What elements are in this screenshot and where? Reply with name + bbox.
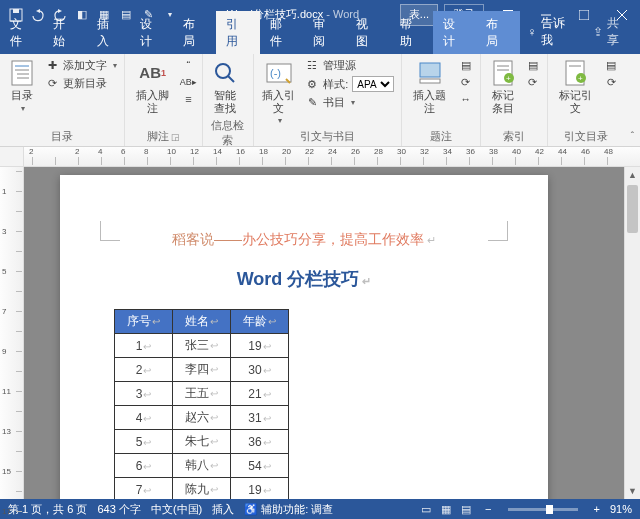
group-toc: 目录▾ ✚添加文字▾ ⟳更新目录 目录 — [0, 54, 125, 146]
insert-mode[interactable]: 插入 — [212, 502, 234, 517]
status-bar: 第 1 页，共 6 页 643 个字 中文(中国) 插入 ♿ 辅助功能: 调查 … — [0, 499, 640, 519]
a11y-status[interactable]: ♿ 辅助功能: 调查 — [244, 502, 333, 517]
update-toa-button[interactable]: ⟳ — [601, 74, 621, 90]
manage-sources-button[interactable]: ☷管理源 — [302, 57, 397, 74]
endnote-icon: “ — [181, 58, 195, 72]
group-captions: 插入题注 ▤ ⟳ ↔ 题注 — [402, 54, 480, 146]
zoom-out-icon[interactable]: − — [485, 503, 491, 515]
redo-icon[interactable] — [52, 7, 68, 23]
smart-lookup-button[interactable]: 智能 查找 — [207, 57, 243, 116]
svg-text:+: + — [506, 74, 511, 83]
next-footnote-button[interactable]: AB▸ — [178, 74, 198, 90]
insert-footnote-button[interactable]: AB1 插入脚注 — [129, 57, 176, 116]
qat-icon[interactable]: ✎ — [140, 7, 156, 23]
insert-citation-button[interactable]: (-) 插入引文▾ — [258, 57, 301, 127]
caption-small-3[interactable]: ↔ — [456, 91, 476, 107]
add-text-button[interactable]: ✚添加文字▾ — [42, 57, 120, 74]
table-row[interactable]: 1↩张三↩19↩ — [115, 334, 289, 358]
qat-icon[interactable]: ◧ — [74, 7, 90, 23]
svg-line-14 — [228, 76, 234, 82]
zoom-slider[interactable] — [508, 508, 578, 511]
table-row[interactable]: 2↩李四↩30↩ — [115, 358, 289, 382]
biblio-icon: ✎ — [305, 96, 319, 110]
group-toa: + 标记引文 ▤ ⟳ 引文目录 — [548, 54, 625, 146]
insert-endnote-button[interactable]: “ — [178, 57, 198, 73]
style-icon: ⚙ — [305, 77, 319, 91]
mark-entry-icon: + — [489, 59, 517, 87]
doc-table[interactable]: 序号↩姓名↩年龄↩ 1↩张三↩19↩2↩李四↩30↩3↩王五↩21↩4↩赵六↩3… — [114, 309, 289, 499]
undo-icon[interactable] — [30, 7, 46, 23]
horizontal-ruler[interactable]: 2246810121416182022242628303234363840424… — [0, 147, 640, 167]
print-layout-icon[interactable]: ▦ — [437, 501, 455, 517]
style-select[interactable]: ⚙样式: APA — [302, 75, 397, 93]
word-count[interactable]: 643 个字 — [97, 502, 140, 517]
caption-small-2[interactable]: ⟳ — [456, 74, 476, 90]
insert-tof-icon: ▤ — [459, 58, 473, 72]
margin-corner-icon — [488, 221, 508, 241]
tab-设计[interactable]: 设计 — [433, 11, 476, 54]
qat-icon[interactable]: ▤ — [118, 7, 134, 23]
table-header[interactable]: 姓名↩ — [173, 310, 231, 334]
update-toc-button[interactable]: ⟳更新目录 — [42, 75, 120, 92]
tab-引用[interactable]: 引用 — [216, 11, 259, 54]
update-index-icon: ⟳ — [526, 75, 540, 89]
svg-rect-18 — [420, 79, 440, 83]
insert-caption-button[interactable]: 插入题注 — [406, 57, 453, 116]
next-footnote-icon: AB▸ — [181, 75, 195, 89]
read-mode-icon[interactable]: ▭ — [417, 501, 435, 517]
mark-citation-button[interactable]: + 标记引文 — [552, 57, 599, 116]
toc-button[interactable]: 目录▾ — [4, 57, 40, 115]
caption-small-1[interactable]: ▤ — [456, 57, 476, 73]
table-row[interactable]: 4↩赵六↩31↩ — [115, 406, 289, 430]
svg-text:+: + — [578, 74, 583, 83]
svg-text:(-): (-) — [270, 67, 281, 79]
table-row[interactable]: 3↩王五↩21↩ — [115, 382, 289, 406]
table-header[interactable]: 序号↩ — [115, 310, 173, 334]
tab-布局[interactable]: 布局 — [173, 11, 216, 54]
table-header[interactable]: 年龄↩ — [231, 310, 289, 334]
ribbon-tabs: 文件开始插入设计布局引用邮件审阅视图帮助设计布局♀告诉我⇪共享 — [0, 29, 640, 54]
zoom-level[interactable]: 91% — [610, 503, 632, 515]
zoom-in-icon[interactable]: + — [594, 503, 600, 515]
bibliography-button[interactable]: ✎书目▾ — [302, 94, 397, 111]
collapse-ribbon-icon[interactable]: ˆ — [631, 131, 634, 142]
table-row[interactable]: 7↩陈九↩19↩ — [115, 478, 289, 500]
insert-index-icon: ▤ — [526, 58, 540, 72]
table-row[interactable]: 5↩朱七↩36↩ — [115, 430, 289, 454]
group-citations: (-) 插入引文▾ ☷管理源 ⚙样式: APA ✎书目▾ 引文与书目 — [254, 54, 403, 146]
language-status[interactable]: 中文(中国) — [151, 502, 202, 517]
qat-icon[interactable]: ▦ — [96, 7, 112, 23]
page-status[interactable]: 第 1 页，共 6 页 — [8, 502, 87, 517]
doc-slogan[interactable]: 稻客说——办公技巧分享，提高工作效率↵ — [108, 231, 500, 249]
web-layout-icon[interactable]: ▤ — [457, 501, 475, 517]
insert-index-button[interactable]: ▤ — [523, 57, 543, 73]
save-icon[interactable] — [8, 7, 24, 23]
tell-me[interactable]: ♀告诉我 — [520, 10, 584, 54]
show-notes-icon: ≡ — [181, 92, 195, 106]
workspace: 1357911131517 稻客说——办公技巧分享，提高工作效率↵ Word 分… — [0, 167, 640, 499]
doc-title[interactable]: Word 分栏技巧↵ — [108, 267, 500, 291]
tab-帮助[interactable]: 帮助 — [390, 11, 433, 54]
scroll-thumb[interactable] — [627, 185, 638, 233]
update-index-button[interactable]: ⟳ — [523, 74, 543, 90]
tab-邮件[interactable]: 邮件 — [260, 11, 303, 54]
dialog-launcher-icon[interactable]: ◲ — [171, 132, 180, 142]
vertical-ruler[interactable]: 1357911131517 — [0, 167, 24, 499]
tab-布局[interactable]: 布局 — [476, 11, 519, 54]
insert-toa-button[interactable]: ▤ — [601, 57, 621, 73]
scroll-up-icon[interactable]: ▲ — [625, 167, 640, 183]
caption-icon — [416, 59, 444, 87]
style-dropdown[interactable]: APA — [352, 76, 394, 92]
qat-more-icon[interactable]: ▾ — [162, 7, 178, 23]
margin-corner-icon — [100, 221, 120, 241]
share-button[interactable]: ⇪共享 — [583, 10, 640, 54]
group-index: + 标记 条目 ▤ ⟳ 索引 — [481, 54, 548, 146]
document-page[interactable]: 稻客说——办公技巧分享，提高工作效率↵ Word 分栏技巧↵ 序号↩姓名↩年龄↩… — [60, 175, 548, 499]
page-area[interactable]: 稻客说——办公技巧分享，提高工作效率↵ Word 分栏技巧↵ 序号↩姓名↩年龄↩… — [24, 167, 624, 499]
table-row[interactable]: 6↩韩八↩54↩ — [115, 454, 289, 478]
scroll-down-icon[interactable]: ▼ — [625, 483, 640, 499]
mark-entry-button[interactable]: + 标记 条目 — [485, 57, 521, 116]
show-notes-button[interactable]: ≡ — [178, 91, 198, 107]
search-icon — [211, 59, 239, 87]
vertical-scrollbar[interactable]: ▲ ▼ — [624, 167, 640, 499]
